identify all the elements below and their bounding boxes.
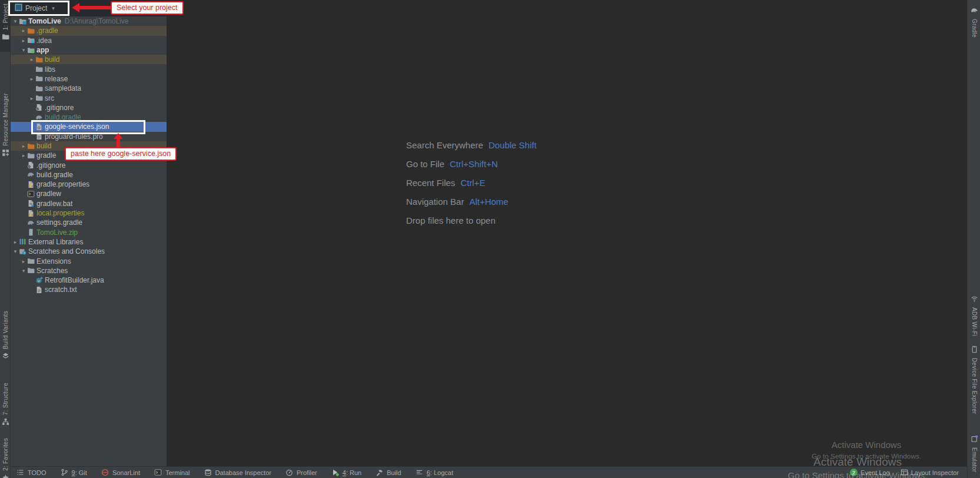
chevron-right-icon[interactable]: ▸ [28, 57, 35, 62]
tool-tab-resource-manager-label: Resource Manager [2, 93, 9, 146]
tree-item-build-gradle[interactable]: build.gradle [11, 112, 167, 122]
chevron-down-icon[interactable]: ▾ [12, 248, 19, 254]
sonarlint-icon [101, 469, 109, 476]
tree-item-release[interactable]: ▸release [11, 74, 167, 84]
chevron-right-icon[interactable]: ▸ [20, 38, 27, 44]
run-play-icon [331, 469, 340, 476]
status-4-run-button[interactable]: 4: Run [331, 469, 361, 476]
chevron-down-icon[interactable]: ▾ [20, 47, 27, 53]
file-bat-icon [27, 200, 35, 207]
shortcut-row-recent-files: Recent FilesCtrl+E [406, 178, 537, 190]
tree-item-proguard-rules-pro[interactable]: proguard-rules.pro [11, 132, 167, 141]
folder-icon [27, 152, 35, 160]
chevron-right-icon[interactable]: ▸ [20, 143, 27, 149]
status-terminal-button[interactable]: Terminal [154, 469, 190, 476]
file-java-icon [35, 277, 44, 284]
event-log-button[interactable]: 2 Event Log [850, 469, 890, 476]
tool-tab-project[interactable]: 1: Project [0, 0, 11, 52]
tree-item-tomolive[interactable]: ▾TomoLiveD:\Anurag\TomoLive [11, 16, 167, 26]
tool-tab-adb-wifi[interactable]: ADB Wi-Fi [968, 291, 980, 337]
tree-item-gradlew-bat[interactable]: gradlew.bat [11, 199, 167, 208]
drop-files-hint: Drop files here to open [406, 215, 537, 225]
tree-item-label: sampledata [45, 84, 81, 92]
shortcut-keys: Alt+Home [469, 197, 508, 207]
tree-item-settings-gradle[interactable]: settings.gradle [11, 218, 167, 227]
tree-item-src[interactable]: ▸src [11, 93, 167, 102]
chevron-right-icon[interactable]: ▸ [20, 28, 27, 34]
tool-tab-build-variants[interactable]: Build Variants [0, 307, 11, 369]
tool-tab-emulator-label: Emulator [971, 447, 978, 472]
status-item-label: Terminal [165, 469, 190, 476]
tree-item-scratches[interactable]: ▾Scratches [11, 266, 167, 275]
tree-item-gitignore[interactable]: .gitignore [11, 103, 167, 112]
tree-item-build-gradle[interactable]: build.gradle [11, 170, 167, 180]
git-branch-icon [61, 469, 69, 476]
annotation-select-project-label: Select your project [111, 1, 184, 15]
chevron-right-icon[interactable]: ▸ [20, 152, 27, 158]
chevron-right-icon[interactable]: ▸ [12, 239, 19, 245]
tool-tab-resource-manager[interactable]: Resource Manager [0, 89, 11, 172]
tree-item-label: local.properties [36, 209, 84, 217]
tree-item-libs[interactable]: libs [11, 64, 167, 74]
status-6-logcat-button[interactable]: 6: Logcat [416, 469, 453, 476]
file-gradle-icon [27, 171, 35, 178]
status-9-git-button[interactable]: 9: Git [61, 469, 87, 476]
device-file-explorer-icon [971, 345, 978, 356]
tree-item-app[interactable]: ▾app [11, 45, 167, 55]
tree-item-tomolive-zip[interactable]: TomoLive.zip [11, 228, 167, 237]
tree-item-gitignore[interactable]: .gitignore [11, 160, 167, 170]
tree-item-local-properties[interactable]: local.properties [11, 208, 167, 218]
tree-item-label: .gitignore [45, 104, 74, 112]
status-sonarlint-button[interactable]: SonarLint [101, 469, 140, 476]
shortcut-action: Navigation Bar [406, 197, 464, 207]
tool-tab-structure[interactable]: 7: Structure [0, 379, 11, 433]
tree-item-gradlew[interactable]: gradlew [11, 189, 167, 198]
tool-tab-gradle[interactable]: Gradle [968, 2, 980, 44]
chevron-right-icon[interactable]: ▸ [28, 76, 35, 82]
tree-item-label: TomoLive [28, 17, 61, 25]
project-view-selector[interactable]: Project ▾ [15, 3, 55, 14]
tree-item-gradle-properties[interactable]: gradle.properties [11, 180, 167, 189]
chevron-down-icon[interactable]: ▾ [20, 268, 27, 274]
tool-tab-adb-wifi-label: ADB Wi-Fi [971, 307, 978, 336]
tree-item-sampledata[interactable]: sampledata [11, 84, 167, 93]
tool-tab-device-file-explorer[interactable]: Device File Explorer [968, 341, 980, 420]
folder-icon [35, 65, 44, 73]
layout-inspector-icon [901, 469, 908, 476]
tree-item-idea[interactable]: ▸.idea [11, 36, 167, 45]
status-todo-button[interactable]: TODO [16, 469, 46, 476]
event-log-badge: 2 [850, 469, 858, 476]
chevron-down-icon[interactable]: ▾ [12, 18, 19, 24]
tool-tab-favorites-label: 2: Favorites [2, 438, 9, 471]
tree-item-scratches-and-consoles[interactable]: ▾Scratches and Consoles [11, 247, 167, 256]
layout-inspector-button[interactable]: Layout Inspector [901, 469, 959, 476]
tree-item-google-services-json[interactable]: google-services.json [11, 122, 167, 131]
status-item-label: 6: Logcat [427, 469, 453, 476]
tree-item-build[interactable]: ▸build [11, 55, 167, 64]
status-build-button[interactable]: Build [376, 469, 401, 476]
chevron-right-icon[interactable]: ▸ [28, 95, 35, 101]
tree-item-retrofitbuilder-java[interactable]: RetrofitBuilder.java [11, 275, 167, 285]
tree-item-external-libraries[interactable]: ▸External Libraries [11, 237, 167, 247]
tree-item-gradle[interactable]: ▸.gradle [11, 26, 167, 35]
tool-tab-favorites[interactable]: 2: Favorites [0, 434, 11, 478]
project-tool-window: Project ▾ ▾TomoLiveD:\Anurag\TomoLive▸.g… [11, 0, 167, 466]
tree-item-label: .idea [36, 36, 52, 45]
todo-list-icon [16, 469, 25, 476]
shortcut-keys: Double Shift [489, 140, 537, 150]
status-profiler-button[interactable]: Profiler [285, 469, 317, 476]
status-item-label: Build [387, 469, 401, 476]
tree-item-label: libs [45, 65, 55, 74]
annotation-arrow-shaft [117, 138, 120, 147]
tool-tab-emulator[interactable]: Emulator [968, 431, 980, 478]
shortcut-row-go-to-file: Go to FileCtrl+Shift+N [406, 159, 537, 171]
favorites-star-icon [2, 473, 9, 478]
tree-item-extensions[interactable]: ▸Extensions [11, 256, 167, 265]
database-icon [204, 469, 212, 476]
status-database-inspector-button[interactable]: Database Inspector [204, 469, 271, 476]
chevron-right-icon[interactable]: ▸ [20, 258, 27, 264]
annotation-paste-here-label: paste here google-service.json [65, 147, 177, 161]
tree-item-scratch-txt[interactable]: scratch.txt [11, 285, 167, 294]
shortcut-row-navigation-bar: Navigation BarAlt+Home [406, 197, 537, 209]
shortcut-keys: Ctrl+E [460, 178, 485, 188]
